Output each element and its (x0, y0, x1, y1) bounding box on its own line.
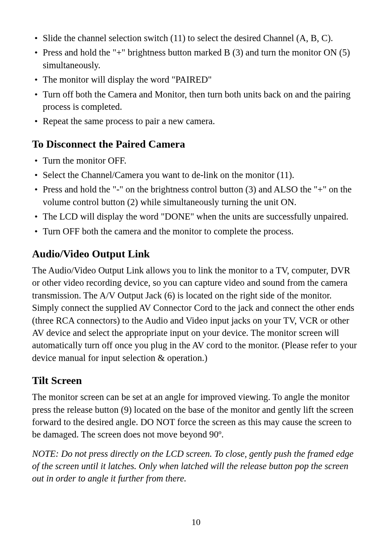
paragraph-tilt-screen: The monitor screen can be set at an angl… (32, 391, 360, 441)
list-item: Turn the monitor OFF. (32, 155, 360, 167)
page-content: Slide the channel selection switch (11) … (32, 32, 360, 485)
heading-audio-video-output-link: Audio/Video Output Link (32, 247, 360, 261)
list-item: The monitor will display the word "PAIRE… (32, 74, 360, 86)
list-item: Turn OFF both the camera and the monitor… (32, 225, 360, 238)
list-item: Turn off both the Camera and Monitor, th… (32, 88, 360, 113)
list-item: Press and hold the "-" on the brightness… (32, 183, 360, 208)
list-item: Select the Channel/Camera you want to de… (32, 169, 360, 181)
list-item: The LCD will display the word "DONE" whe… (32, 211, 360, 223)
top-instruction-list: Slide the channel selection switch (11) … (32, 32, 360, 128)
paragraph-av-output: The Audio/Video Output Link allows you t… (32, 264, 360, 364)
disconnect-instruction-list: Turn the monitor OFF. Select the Channel… (32, 155, 360, 238)
heading-tilt-screen: Tilt Screen (32, 373, 360, 388)
list-item: Slide the channel selection switch (11) … (32, 32, 360, 44)
note-tilt-screen: NOTE: Do not press directly on the LCD s… (32, 448, 360, 485)
page-number: 10 (0, 517, 392, 528)
list-item: Repeat the same process to pair a new ca… (32, 115, 360, 127)
heading-disconnect-paired-camera: To Disconnect the Paired Camera (32, 137, 360, 151)
list-item: Press and hold the "+" brightness button… (32, 46, 360, 72)
